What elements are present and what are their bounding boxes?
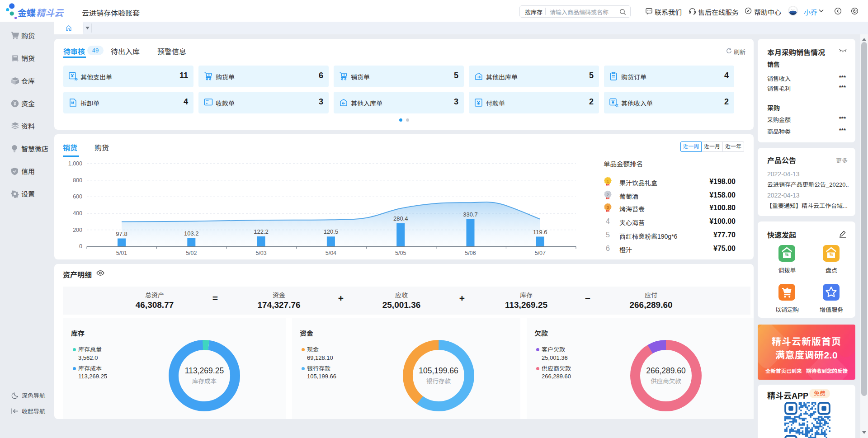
svg-text:5/02: 5/02 (186, 250, 197, 256)
svg-text:1,000: 1,000 (68, 160, 82, 167)
svg-text:120.5: 120.5 (324, 228, 339, 235)
svg-text:0: 0 (79, 243, 82, 250)
svg-text:266,289.60: 266,289.60 (646, 366, 686, 375)
svg-text:119.6: 119.6 (533, 229, 547, 235)
svg-text:600: 600 (73, 193, 82, 200)
svg-text:97.8: 97.8 (116, 231, 127, 237)
svg-text:5/01: 5/01 (116, 250, 127, 256)
svg-text:5/06: 5/06 (465, 250, 476, 256)
svg-text:103.2: 103.2 (184, 230, 199, 237)
svg-text:1: 1 (607, 179, 609, 184)
svg-text:5/07: 5/07 (535, 250, 546, 256)
svg-text:113,269.25: 113,269.25 (184, 366, 223, 375)
svg-text:330.7: 330.7 (463, 211, 478, 218)
svg-text:122.2: 122.2 (254, 228, 269, 235)
svg-text:200: 200 (73, 227, 82, 233)
svg-text:银行存款: 银行存款 (426, 378, 451, 385)
svg-text:280.4: 280.4 (393, 215, 408, 222)
svg-text:5/03: 5/03 (255, 250, 266, 256)
svg-text:供应商欠款: 供应商欠款 (651, 378, 681, 385)
svg-text:5/04: 5/04 (326, 250, 336, 256)
svg-text:800: 800 (73, 177, 82, 184)
svg-text:400: 400 (73, 210, 82, 217)
svg-text:105,199.66: 105,199.66 (419, 366, 458, 375)
svg-text:2: 2 (607, 192, 609, 197)
svg-text:5/05: 5/05 (395, 250, 406, 256)
svg-text:库存成本: 库存成本 (192, 378, 217, 385)
svg-text:3: 3 (607, 205, 609, 210)
